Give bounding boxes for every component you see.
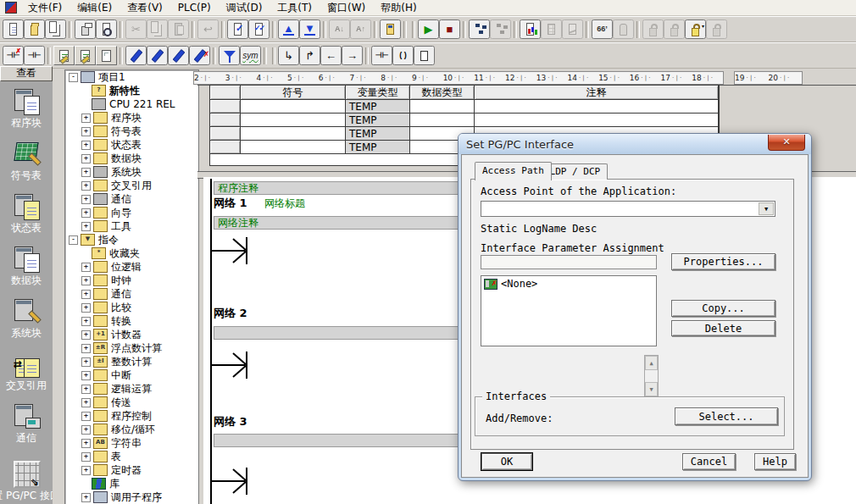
tree-item-4[interactable]: +程序块 xyxy=(65,111,198,125)
tree-item-15[interactable]: +位逻辑 xyxy=(65,260,198,274)
menu-item-0[interactable]: 文件(F) xyxy=(20,1,69,14)
table-cell[interactable] xyxy=(241,100,346,114)
expand-plus-icon[interactable]: + xyxy=(81,303,91,313)
collapse-minus-icon[interactable]: - xyxy=(69,73,78,82)
expand-plus-icon[interactable]: + xyxy=(81,357,91,367)
select-button[interactable]: Select... xyxy=(675,407,778,425)
delete-button[interactable]: Delete xyxy=(671,320,775,336)
expand-plus-icon[interactable]: + xyxy=(81,425,91,435)
table-header-cell[interactable]: 变量类型 xyxy=(346,86,410,100)
menu-item-5[interactable]: 工具(T) xyxy=(270,1,320,14)
view-comments-button[interactable]: 66’ xyxy=(592,19,613,39)
lock-button-3[interactable]: ▾ xyxy=(685,19,706,39)
compile-button[interactable] xyxy=(227,19,248,39)
print-preview-button[interactable] xyxy=(96,19,117,39)
sidebar-item-3[interactable]: 状态表 xyxy=(11,192,42,235)
expand-plus-icon[interactable]: + xyxy=(81,466,91,475)
menu-item-1[interactable]: 编辑(E) xyxy=(69,1,120,14)
download-button[interactable]: ▼ xyxy=(299,19,320,39)
expand-plus-icon[interactable]: + xyxy=(81,330,91,340)
table-cell[interactable]: TEMP xyxy=(346,141,410,154)
table-cell[interactable] xyxy=(241,141,346,154)
table-cell[interactable] xyxy=(410,114,475,127)
compile-all-button[interactable] xyxy=(248,19,270,39)
tree-item-8[interactable]: +系统块 xyxy=(65,165,198,179)
table-header-cell[interactable]: 注释 xyxy=(475,86,719,100)
insert-network-button[interactable]: ⊣⊢ xyxy=(24,46,45,65)
network-1-title[interactable]: 网络标题 xyxy=(264,197,305,211)
expand-plus-icon[interactable]: + xyxy=(81,154,91,163)
pen-tool-1-button[interactable] xyxy=(125,46,147,65)
tree-item-9[interactable]: +交叉引用 xyxy=(65,179,198,192)
tree-item-19[interactable]: +转换 xyxy=(65,314,198,328)
expand-plus-icon[interactable]: + xyxy=(81,222,91,231)
pen-tool-4-button[interactable] xyxy=(189,46,210,65)
access-point-combo[interactable]: ▼ xyxy=(481,201,775,217)
close-icon[interactable]: ✕ xyxy=(768,135,805,151)
tree-item-27[interactable]: +移位/循环 xyxy=(65,423,198,436)
tree-item-14[interactable]: *收藏夹 xyxy=(65,246,198,260)
scroll-up-icon[interactable]: ▲ xyxy=(645,356,658,370)
tree-item-25[interactable]: +传送 xyxy=(65,396,198,409)
options-button[interactable] xyxy=(380,19,401,39)
table-header-cell[interactable] xyxy=(210,141,241,154)
interface-list[interactable]: <None> xyxy=(481,275,657,346)
expand-plus-icon[interactable]: + xyxy=(81,195,91,204)
line-right-button[interactable]: → xyxy=(342,46,363,65)
sidebar-item-5[interactable]: 系统块 xyxy=(11,297,42,341)
chart-status-button[interactable] xyxy=(520,19,541,39)
expand-plus-icon[interactable]: + xyxy=(81,276,91,285)
interface-parameter-input[interactable] xyxy=(481,255,657,269)
expand-plus-icon[interactable]: + xyxy=(81,114,91,123)
tree-item-23[interactable]: +中断 xyxy=(65,368,198,382)
tree-item-7[interactable]: +数据块 xyxy=(65,152,198,165)
tree-item-16[interactable]: +时钟 xyxy=(65,274,198,287)
tree-item-6[interactable]: +状态表 xyxy=(65,138,198,152)
table-cell[interactable] xyxy=(410,100,475,114)
print-button[interactable] xyxy=(75,19,96,39)
insert-contact-button[interactable]: ⊣⊢ xyxy=(371,46,392,65)
sidebar-item-7[interactable]: 通信 xyxy=(12,402,41,446)
sidebar-item-1[interactable]: 程序块 xyxy=(11,87,42,130)
program-status-button[interactable] xyxy=(469,19,490,39)
cancel-button[interactable]: Cancel xyxy=(682,453,736,470)
tree-item-12[interactable]: +工具 xyxy=(65,219,198,233)
pen-tool-3-button[interactable] xyxy=(168,46,189,65)
insert-box-button[interactable] xyxy=(414,46,435,65)
tree-item-28[interactable]: +AB字符串 xyxy=(65,436,198,450)
table-header-cell[interactable]: 数据类型 xyxy=(410,86,475,100)
menu-item-2[interactable]: 查看(V) xyxy=(120,1,170,14)
new-project-button[interactable] xyxy=(3,19,24,39)
tree-item-11[interactable]: +向导 xyxy=(65,206,198,219)
table-cell[interactable]: TEMP xyxy=(346,100,410,114)
expand-plus-icon[interactable]: + xyxy=(81,127,91,136)
ok-button[interactable]: OK xyxy=(481,453,532,470)
sidebar-item-8[interactable]: ⇘置 PG/PC 接口 xyxy=(0,460,53,503)
chevron-down-icon[interactable]: ▼ xyxy=(759,202,774,215)
dialog-title-bar[interactable]: Set PG/PC Interface ✕ xyxy=(459,134,811,154)
expand-plus-icon[interactable]: + xyxy=(81,385,91,394)
menu-item-4[interactable]: 调试(D) xyxy=(219,1,270,14)
table-header-cell[interactable] xyxy=(210,114,241,127)
tree-item-26[interactable]: +程序控制 xyxy=(65,409,198,423)
table-cell[interactable]: TEMP xyxy=(346,114,410,127)
tree-item-29[interactable]: +表 xyxy=(65,450,198,463)
expand-plus-icon[interactable]: + xyxy=(81,263,91,272)
tree-item-5[interactable]: +符号表 xyxy=(65,125,198,138)
table-cell[interactable] xyxy=(475,114,719,127)
menu-item-6[interactable]: 窗口(W) xyxy=(320,1,373,14)
tree-item-31[interactable]: 库 xyxy=(65,477,198,490)
tree-item-10[interactable]: +通信 xyxy=(65,192,198,206)
tree-item-32[interactable]: +调用子程序 xyxy=(65,490,198,504)
tree-item-24[interactable]: +逻辑运算 xyxy=(65,382,198,396)
save-project-button[interactable] xyxy=(45,19,66,39)
expand-plus-icon[interactable]: + xyxy=(81,168,91,177)
expand-plus-icon[interactable]: + xyxy=(81,317,91,326)
table-cell[interactable] xyxy=(241,127,346,141)
expand-plus-icon[interactable]: + xyxy=(81,181,91,191)
table-cell[interactable]: TEMP xyxy=(346,127,410,141)
expand-plus-icon[interactable]: + xyxy=(81,439,91,448)
tree-item-3[interactable]: CPU 221 REL xyxy=(65,97,198,111)
upload-button[interactable]: ▲ xyxy=(278,19,299,39)
open-project-button[interactable] xyxy=(24,19,45,39)
